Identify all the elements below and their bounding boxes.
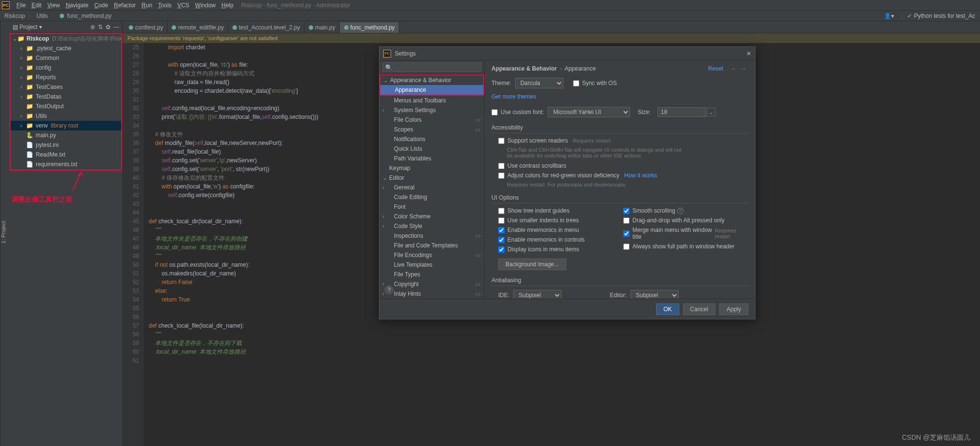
editor-tab[interactable]: ⬢main.py bbox=[305, 22, 340, 33]
apply-button[interactable]: Apply bbox=[719, 303, 748, 315]
tree-item[interactable]: 🐍Retry_0122.py bbox=[11, 169, 121, 171]
tree-item[interactable]: 📄pytest.ini bbox=[11, 140, 121, 150]
breadcrumb[interactable]: Riskcop bbox=[3, 13, 27, 19]
ok-button[interactable]: OK bbox=[656, 303, 679, 315]
editor-tab[interactable]: ⬢test_Account.level_2.py bbox=[228, 22, 305, 33]
colorblind-checkbox[interactable] bbox=[498, 173, 504, 179]
project-tree[interactable]: ⌄📁RiskcopD:\Backup\自动化脚本\Riskcop›📁.pytes… bbox=[10, 33, 122, 171]
requirements-warning[interactable]: Package requirements 'requests', 'config… bbox=[123, 33, 980, 43]
breadcrumb[interactable]: Utils bbox=[35, 13, 49, 19]
user-icon[interactable]: 👤▾ bbox=[884, 13, 894, 19]
custom-font-checkbox[interactable] bbox=[491, 109, 498, 115]
settings-tree-item[interactable]: Live Templates bbox=[379, 260, 484, 270]
settings-tree-item[interactable]: Inspections▭ bbox=[379, 231, 484, 241]
ui-checkbox[interactable] bbox=[623, 208, 630, 214]
settings-tree-item[interactable]: Notifications bbox=[379, 134, 484, 144]
theme-select[interactable]: Darcula bbox=[515, 78, 563, 88]
screen-readers-checkbox[interactable] bbox=[498, 138, 504, 144]
menu-edit[interactable]: Edit bbox=[28, 1, 44, 10]
tree-item[interactable]: ›📁Common bbox=[11, 53, 121, 63]
settings-tree-item[interactable]: ›System Settings bbox=[379, 105, 484, 115]
ui-checkbox[interactable] bbox=[498, 227, 504, 233]
editor-tab[interactable]: ⬢remote_editfile.py bbox=[168, 22, 228, 33]
background-image-button[interactable]: Background Image... bbox=[498, 259, 566, 270]
run-config-selector[interactable]: Python tests for test_Ac bbox=[914, 13, 975, 19]
settings-tree-item[interactable]: File Encodings▭ bbox=[379, 250, 484, 260]
menu-run[interactable]: Run bbox=[139, 1, 155, 10]
menu-tools[interactable]: Tools bbox=[155, 1, 174, 10]
settings-tree-item[interactable]: ›Inlay Hints▭ bbox=[379, 289, 484, 299]
menu-help[interactable]: Help bbox=[219, 1, 237, 10]
menu-navigate[interactable]: Navigate bbox=[63, 1, 91, 10]
project-tool-button[interactable]: 1: Project bbox=[0, 21, 10, 446]
hide-icon[interactable]: — bbox=[113, 24, 119, 30]
info-icon[interactable]: ? bbox=[677, 208, 684, 214]
menu-refactor[interactable]: Refactor bbox=[111, 1, 139, 10]
ui-checkbox[interactable] bbox=[498, 208, 504, 214]
settings-tree-item[interactable]: Quick Lists bbox=[379, 144, 484, 154]
locate-icon[interactable]: ⊕ bbox=[90, 24, 95, 30]
tree-item[interactable]: ⌄📁RiskcopD:\Backup\自动化脚本\Riskcop bbox=[11, 34, 121, 43]
settings-tree-item[interactable]: ›Code Style bbox=[379, 221, 484, 231]
settings-tree-item[interactable]: ⌄Editor bbox=[379, 173, 484, 183]
editor-tab[interactable]: ⬢func_methond.py bbox=[340, 22, 399, 33]
menu-vcs[interactable]: VCS bbox=[174, 1, 192, 10]
ui-checkbox[interactable] bbox=[623, 217, 630, 224]
tree-item[interactable]: 📁TestOutput bbox=[11, 101, 121, 111]
ui-checkbox[interactable] bbox=[623, 244, 630, 250]
settings-tree-item[interactable]: Font bbox=[379, 202, 484, 212]
ui-checkbox[interactable] bbox=[623, 230, 630, 237]
tree-item[interactable]: ›📁config bbox=[11, 63, 121, 72]
ui-checkbox[interactable] bbox=[498, 217, 504, 224]
forward-icon[interactable]: → bbox=[741, 65, 746, 72]
settings-crumb[interactable]: Appearance & Behavior bbox=[491, 65, 557, 72]
settings-tree-item[interactable]: ⌄Appearance & Behavior bbox=[379, 74, 484, 85]
contrast-scrollbars-checkbox[interactable] bbox=[498, 163, 504, 169]
get-themes-link[interactable]: Get more themes bbox=[491, 93, 536, 100]
menu-window[interactable]: Window bbox=[192, 1, 219, 10]
ui-checkbox[interactable] bbox=[498, 237, 504, 243]
menu-view[interactable]: View bbox=[44, 1, 63, 10]
expand-icon[interactable]: ⇅ bbox=[98, 24, 103, 30]
menu-code[interactable]: Code bbox=[91, 1, 111, 10]
tree-item[interactable]: 🐍main.py bbox=[11, 130, 121, 140]
settings-tree-item[interactable]: File Types bbox=[379, 270, 484, 279]
font-size-input[interactable] bbox=[658, 107, 706, 117]
menu-file[interactable]: File bbox=[14, 1, 28, 10]
tree-item[interactable]: 📄ReadMe.txt bbox=[11, 150, 121, 159]
back-icon[interactable]: ← bbox=[731, 65, 737, 72]
settings-search-input[interactable] bbox=[382, 62, 481, 72]
settings-tree-item[interactable]: File and Code Templates bbox=[379, 241, 484, 250]
editor-tab[interactable]: ⬢conftest.py bbox=[125, 22, 168, 33]
settings-tree-item[interactable]: ›General bbox=[379, 183, 484, 192]
how-link[interactable]: How it works bbox=[624, 172, 657, 179]
cancel-button[interactable]: Cancel bbox=[683, 303, 715, 315]
settings-tree-item[interactable]: ›Copyright▭ bbox=[379, 279, 484, 289]
size-stepper[interactable]: ⌄ bbox=[707, 108, 715, 116]
tree-item[interactable]: ›📁venvlibrary root bbox=[11, 121, 121, 130]
gear-icon[interactable]: ✿ bbox=[106, 24, 111, 30]
settings-tree-item[interactable]: Scopes▭ bbox=[379, 125, 484, 134]
project-view-selector[interactable]: ▤ Project ▾ bbox=[13, 24, 42, 30]
help-icon[interactable]: ? bbox=[384, 285, 394, 295]
tree-item[interactable]: ›📁TestDatas bbox=[11, 92, 121, 101]
tree-item[interactable]: ›📁TestCases bbox=[11, 82, 121, 92]
sync-os-checkbox[interactable] bbox=[573, 80, 579, 86]
settings-tree-item[interactable]: Menus and Toolbars bbox=[379, 96, 484, 105]
font-select[interactable]: Microsoft YaHei UI bbox=[548, 107, 630, 117]
settings-tree-item[interactable]: File Colors▭ bbox=[379, 115, 484, 125]
breadcrumb[interactable]: func_methond.py bbox=[66, 13, 113, 19]
settings-tree-item[interactable]: Code Editing bbox=[379, 192, 484, 202]
close-icon[interactable]: ✕ bbox=[746, 50, 751, 57]
aa-editor-select[interactable]: Subpixel bbox=[630, 290, 679, 299]
settings-tree-item[interactable]: Keymap bbox=[379, 163, 484, 173]
settings-tree-item[interactable]: Appearance bbox=[379, 85, 484, 96]
reset-link[interactable]: Reset bbox=[708, 65, 723, 72]
settings-tree-item[interactable]: Path Variables bbox=[379, 154, 484, 163]
ui-checkbox[interactable] bbox=[498, 246, 504, 253]
tree-item[interactable]: ›📁.pytest_cache bbox=[11, 43, 121, 53]
settings-tree-item[interactable]: ›Color Scheme bbox=[379, 212, 484, 221]
tree-item[interactable]: ›📁Utils bbox=[11, 111, 121, 121]
tree-item[interactable]: ›📁Reports bbox=[11, 72, 121, 82]
tree-item[interactable]: 📄requirements.txt bbox=[11, 159, 121, 169]
